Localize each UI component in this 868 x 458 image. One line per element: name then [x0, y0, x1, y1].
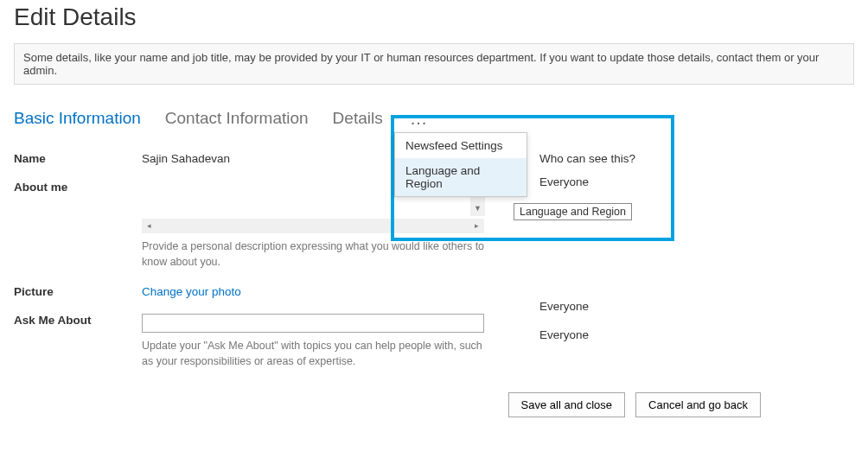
picture-label: Picture: [14, 285, 142, 298]
visibility-header: Who can see this?: [515, 152, 854, 165]
tab-more-icon[interactable]: ...: [407, 110, 431, 127]
ask-help-text: Update your "Ask Me About" with topics y…: [142, 338, 496, 369]
ask-me-about-input[interactable]: [142, 314, 484, 333]
scroll-left-icon[interactable]: ◂: [142, 219, 156, 233]
field-ask-row: Ask Me About Update your "Ask Me About" …: [14, 314, 515, 369]
page-title: Edit Details: [14, 0, 854, 43]
ask-visibility[interactable]: Everyone: [515, 328, 589, 341]
tab-details[interactable]: Details: [333, 109, 383, 128]
save-all-button[interactable]: Save all and close: [508, 392, 626, 417]
dropdown-newsfeed-settings[interactable]: Newsfeed Settings: [395, 133, 527, 158]
change-photo-link[interactable]: Change your photo: [142, 285, 241, 298]
scroll-right-icon[interactable]: ▸: [469, 219, 484, 233]
tab-basic-information[interactable]: Basic Information: [14, 109, 141, 128]
tabs: Basic Information Contact Information De…: [14, 109, 854, 128]
about-label: About me: [14, 181, 142, 194]
more-tabs-dropdown: Newsfeed Settings Language and Region: [394, 132, 527, 197]
info-bar: Some details, like your name and job tit…: [14, 43, 854, 85]
scroll-down-icon[interactable]: ▼: [470, 201, 485, 216]
picture-visibility[interactable]: Everyone: [515, 300, 589, 313]
ask-label: Ask Me About: [14, 314, 142, 327]
field-picture-row: Picture Change your photo: [14, 285, 515, 298]
about-horizontal-scrollbar[interactable]: ◂ ▸: [142, 219, 484, 233]
dropdown-language-and-region[interactable]: Language and Region: [395, 158, 527, 196]
language-region-tooltip: Language and Region: [514, 203, 632, 220]
button-bar: Save all and close Cancel and go back: [14, 392, 854, 417]
about-help-text: Provide a personal description expressin…: [142, 239, 496, 270]
cancel-button[interactable]: Cancel and go back: [635, 392, 761, 417]
name-label: Name: [14, 152, 142, 165]
tab-contact-information[interactable]: Contact Information: [165, 109, 309, 128]
